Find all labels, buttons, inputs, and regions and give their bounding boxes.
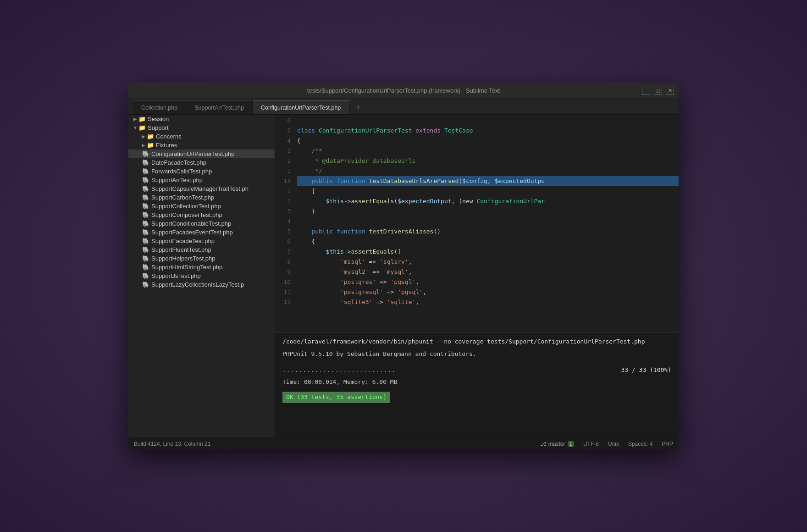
code-line-13: public function testDatabaseUrlsAreParse… bbox=[297, 176, 679, 186]
file-icon: 🐘 bbox=[142, 229, 149, 236]
folder-icon: 📁 bbox=[147, 133, 154, 140]
code-line: class ConfigurationUrlParserTest extends… bbox=[297, 126, 679, 136]
window-title: tests/Support/ConfigurationUrlParserTest… bbox=[307, 87, 500, 94]
file-icon: 🐘 bbox=[142, 238, 149, 244]
file-icon: 🐘 bbox=[142, 203, 149, 210]
code-line: 'mysql2' => 'mysql', bbox=[297, 267, 679, 277]
sidebar-item-label: SupportFacadeTest.php bbox=[151, 238, 215, 244]
sidebar-item-label: SupportConditionableTest.php bbox=[151, 220, 231, 227]
line-ending[interactable]: Unix bbox=[608, 441, 619, 447]
sidebar-item-supportconditionable[interactable]: 🐘 SupportConditionableTest.php bbox=[128, 219, 275, 228]
code-line: { bbox=[297, 237, 679, 247]
sidebar-item-configurationurlparsertest[interactable]: 🐘 ConfigurationUrlParserTest.php bbox=[128, 150, 275, 158]
minimize-button[interactable]: ─ bbox=[642, 87, 650, 95]
git-branch[interactable]: ⎇ master 1 bbox=[540, 441, 574, 447]
file-icon: 🐘 bbox=[142, 255, 149, 262]
collapse-arrow: ▼ bbox=[132, 125, 138, 130]
code-editor[interactable]: 6 5 4 3 2 1 13 1 2 3 4 5 6 7 8 9 10 bbox=[275, 115, 679, 332]
ok-badge: OK (33 tests, 35 assertions) bbox=[282, 392, 671, 403]
code-line: { bbox=[297, 136, 679, 146]
sidebar-item-concerns[interactable]: ▶ 📁 Concerns bbox=[128, 132, 275, 141]
branch-badge: 1 bbox=[568, 441, 574, 447]
tab-label: Collection.php bbox=[141, 105, 177, 111]
file-sidebar: ▶ 📁 Session ▼ 📁 Support ▶ 📁 Concerns ▶ 📁… bbox=[128, 115, 275, 438]
sidebar-item-label: SupportLazyCollectionIsLazyTest.p bbox=[151, 281, 244, 288]
folder-icon: 📁 bbox=[138, 124, 146, 131]
status-right: ⎇ master 1 UTF-8 Unix Spaces: 4 PHP bbox=[540, 441, 673, 447]
tab-label: ConfigurationUrlParserTest.php bbox=[261, 105, 341, 111]
sidebar-item-label: SupportCollectionTest.php bbox=[151, 203, 221, 210]
file-icon: 🐘 bbox=[142, 168, 149, 175]
status-left: Build 4124, Line 13, Column 21 bbox=[134, 441, 540, 447]
sidebar-item-supportarrtest[interactable]: 🐘 SupportArrTest.php bbox=[128, 176, 275, 184]
sidebar-item-label: SupportHtmlStringTest.php bbox=[151, 264, 222, 271]
add-tab-button[interactable]: + bbox=[351, 100, 365, 114]
close-button[interactable]: ✕ bbox=[666, 87, 674, 95]
sidebar-item-supportcarbon[interactable]: 🐘 SupportCarbonTest.php bbox=[128, 193, 275, 202]
window-controls: ─ □ ✕ bbox=[642, 87, 674, 95]
file-icon: 🐘 bbox=[142, 159, 149, 166]
code-line: } bbox=[297, 206, 679, 216]
sidebar-item-supportcollection[interactable]: 🐘 SupportCollectionTest.php bbox=[128, 202, 275, 211]
progress-dots: ............................ bbox=[282, 366, 396, 375]
collapse-arrow: ▶ bbox=[132, 116, 138, 122]
code-line: /** bbox=[297, 146, 679, 156]
code-line bbox=[297, 216, 679, 227]
maximize-button[interactable]: □ bbox=[654, 87, 662, 95]
tab-collection[interactable]: Collection.php bbox=[133, 100, 186, 114]
status-bar: Build 4124, Line 13, Column 21 ⎇ master … bbox=[128, 438, 679, 449]
sidebar-item-support[interactable]: ▼ 📁 Support bbox=[128, 123, 275, 132]
file-icon: 🐘 bbox=[142, 150, 149, 157]
sidebar-item-supportjs[interactable]: 🐘 SupportJsTest.php bbox=[128, 272, 275, 280]
code-line: 'sqlite3' => 'sqlite', bbox=[297, 297, 679, 307]
sidebar-item-label: SupportFluentTest.php bbox=[151, 246, 211, 253]
sidebar-item-label: SupportComposerTest.php bbox=[151, 211, 222, 218]
title-bar: tests/Support/ConfigurationUrlParserTest… bbox=[128, 83, 679, 99]
sidebar-item-supportcapsule[interactable]: 🐘 SupportCapsuleManagerTraitTest.ph bbox=[128, 184, 275, 193]
code-line: 'postgresql' => 'pgsql', bbox=[297, 287, 679, 297]
file-icon: 🐘 bbox=[142, 264, 149, 271]
main-panel: 6 5 4 3 2 1 13 1 2 3 4 5 6 7 8 9 10 bbox=[275, 115, 679, 438]
tab-configurationurlparsertest[interactable]: ConfigurationUrlParserTest.php bbox=[253, 100, 349, 114]
tab-supportarrtest[interactable]: SupportArrTest.php bbox=[186, 100, 253, 114]
sidebar-item-label: SupportArrTest.php bbox=[151, 177, 203, 183]
sidebar-item-supportfacadesevent[interactable]: 🐘 SupportFacadesEventTest.php bbox=[128, 228, 275, 237]
code-line: { bbox=[297, 186, 679, 196]
sidebar-item-supportfacade[interactable]: 🐘 SupportFacadeTest.php bbox=[128, 237, 275, 245]
sidebar-item-supportlazy[interactable]: 🐘 SupportLazyCollectionIsLazyTest.p bbox=[128, 280, 275, 289]
file-icon: 🐘 bbox=[142, 177, 149, 183]
sidebar-item-label: Fixtures bbox=[156, 142, 177, 149]
spaces[interactable]: Spaces: 4 bbox=[628, 441, 652, 447]
sidebar-item-supporthelpers[interactable]: 🐘 SupportHelpersTest.php bbox=[128, 254, 275, 263]
sidebar-item-session[interactable]: ▶ 📁 Session bbox=[128, 115, 275, 123]
sidebar-item-datefacadetest[interactable]: 🐘 DateFacadeTest.php bbox=[128, 158, 275, 167]
file-icon: 🐘 bbox=[142, 194, 149, 201]
code-line: $this->assertEquals($expectedOutput, (ne… bbox=[297, 196, 679, 206]
encoding[interactable]: UTF-8 bbox=[583, 441, 599, 447]
line-numbers: 6 5 4 3 2 1 13 1 2 3 4 5 6 7 8 9 10 bbox=[275, 115, 293, 332]
language[interactable]: PHP bbox=[662, 441, 673, 447]
sidebar-item-label: ConfigurationUrlParserTest.php bbox=[151, 150, 234, 157]
folder-icon: 📁 bbox=[138, 116, 146, 122]
sidebar-item-supportcomposer[interactable]: 🐘 SupportComposerTest.php bbox=[128, 211, 275, 219]
file-icon: 🐘 bbox=[142, 211, 149, 218]
collapse-arrow: ▶ bbox=[140, 143, 147, 148]
code-line: 'mssql' => 'sqlsrv', bbox=[297, 257, 679, 267]
sidebar-item-forwardscallstest[interactable]: 🐘 ForwardsCallsTest.php bbox=[128, 167, 275, 176]
sidebar-item-label: Concerns bbox=[156, 133, 182, 140]
sidebar-item-label: SupportCapsuleManagerTraitTest.ph bbox=[151, 185, 249, 192]
code-text[interactable]: class ConfigurationUrlParserTest extends… bbox=[293, 115, 679, 332]
sidebar-item-label: SupportJsTest.php bbox=[151, 272, 201, 279]
tabs-bar: Collection.php SupportArrTest.php Config… bbox=[128, 99, 679, 115]
terminal-version: PHPUnit 9.5.10 by Sebastian Bergmann and… bbox=[282, 349, 671, 359]
file-icon: 🐘 bbox=[142, 246, 149, 253]
content-area: ▶ 📁 Session ▼ 📁 Support ▶ 📁 Concerns ▶ 📁… bbox=[128, 115, 679, 438]
sidebar-item-supporthtmlstring[interactable]: 🐘 SupportHtmlStringTest.php bbox=[128, 263, 275, 272]
sidebar-item-fixtures[interactable]: ▶ 📁 Fixtures bbox=[128, 141, 275, 150]
sidebar-item-supportfluent[interactable]: 🐘 SupportFluentTest.php bbox=[128, 245, 275, 254]
folder-icon: 📁 bbox=[147, 142, 154, 149]
code-line: * @dataProvider databaseUrls bbox=[297, 156, 679, 166]
sidebar-item-label: SupportCarbonTest.php bbox=[151, 194, 214, 201]
sidebar-item-label: Session bbox=[148, 116, 169, 122]
code-line: */ bbox=[297, 166, 679, 176]
